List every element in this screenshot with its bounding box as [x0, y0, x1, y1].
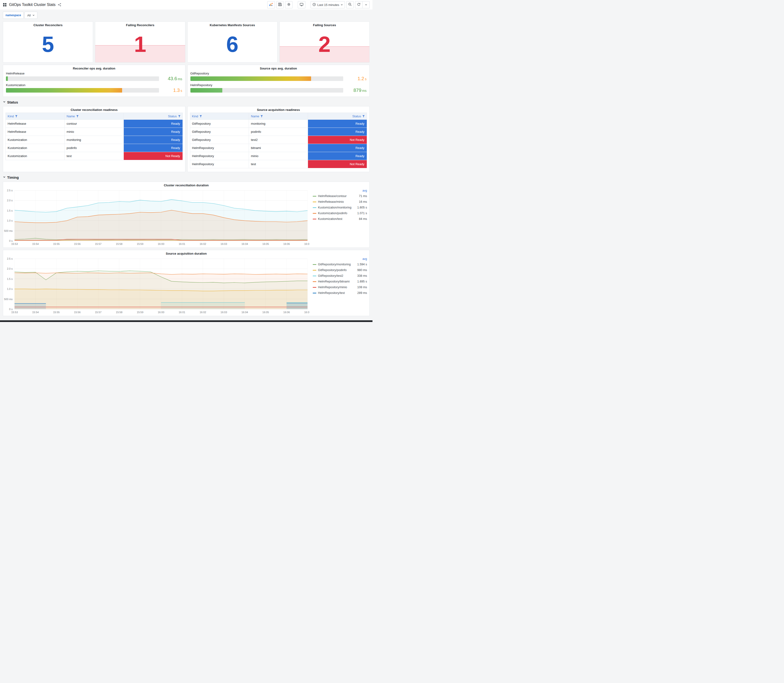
- panel-title[interactable]: Failing Sources: [280, 22, 369, 28]
- svg-text:15:54: 15:54: [32, 311, 39, 314]
- dashboard-variables-row: namespace All: [0, 10, 372, 19]
- gauge-label: HelmRepository: [191, 83, 367, 87]
- legend-series-color: [313, 196, 316, 197]
- column-header-kind[interactable]: Kind: [6, 113, 65, 120]
- panel-title[interactable]: Failing Reconcilers: [95, 22, 185, 28]
- legend-avg-value: 84 ms: [359, 217, 367, 221]
- svg-text:16:03: 16:03: [221, 311, 227, 314]
- time-range-picker[interactable]: Last 15 minutes: [311, 1, 345, 8]
- dashboard-grid-icon[interactable]: [3, 3, 6, 6]
- column-header-name[interactable]: Name: [64, 113, 123, 120]
- cell-status: Ready: [123, 120, 183, 128]
- share-icon[interactable]: [58, 3, 61, 6]
- legend-series-name[interactable]: GitRepository/test2: [318, 274, 356, 277]
- gauge-bar: [6, 88, 122, 93]
- cell-status: Not Ready: [123, 152, 183, 160]
- legend-series-color: [313, 276, 316, 276]
- legend-series-name[interactable]: HelmRepository/minio: [318, 285, 356, 289]
- legend-series-name[interactable]: HelmRepository/bitnami: [318, 280, 356, 283]
- section-label: Status: [7, 100, 18, 104]
- status-badge: Ready: [308, 152, 367, 160]
- section-header-timing[interactable]: Timing: [3, 175, 370, 180]
- svg-text:15:57: 15:57: [95, 311, 102, 314]
- svg-text:16:04: 16:04: [241, 242, 248, 245]
- status-badge: Ready: [124, 144, 183, 152]
- variable-selected-value: All: [27, 14, 30, 17]
- filter-icon: [362, 115, 365, 117]
- cycle-view-mode-button[interactable]: [298, 1, 305, 8]
- legend-series-name[interactable]: HelmRelease/minio: [318, 200, 358, 204]
- svg-text:500 ms: 500 ms: [4, 229, 13, 232]
- chart-legend: avgGitRepository/monitoring1.594 sGitRep…: [309, 256, 369, 315]
- gauge-row: HelmRepository 879ms: [191, 83, 367, 93]
- svg-text:15:53: 15:53: [11, 311, 18, 314]
- chart-area[interactable]: 0 s500 ms1.0 s1.5 s2.0 s2.5 s15:5315:541…: [3, 188, 309, 247]
- panel-title[interactable]: Reconciler ops avg. duration: [3, 65, 185, 71]
- cell-name: contour: [64, 120, 123, 128]
- column-header-kind[interactable]: Kind: [190, 113, 249, 120]
- column-header-name[interactable]: Name: [249, 113, 308, 120]
- dashboard-settings-button[interactable]: [285, 1, 292, 8]
- table-row: KustomizationtestNot Ready: [6, 152, 183, 160]
- panel-title[interactable]: Cluster Reconcilers: [3, 22, 93, 28]
- refresh-interval-dropdown[interactable]: [362, 1, 370, 8]
- refresh-button[interactable]: [355, 1, 362, 8]
- svg-text:1.0 s: 1.0 s: [7, 287, 13, 290]
- legend-series-color: [313, 213, 316, 214]
- gauge-value: 43.6ms: [162, 76, 182, 82]
- svg-text:2.0 s: 2.0 s: [7, 267, 13, 270]
- table-row: HelmReleasecontourReady: [6, 120, 183, 128]
- add-panel-button[interactable]: [267, 1, 275, 8]
- zoom-out-button[interactable]: [346, 1, 354, 8]
- legend-avg-value: 1.605 s: [357, 206, 367, 209]
- panel-title[interactable]: Cluster reconciliation duration: [3, 182, 369, 188]
- panel-title[interactable]: Kubernetes Manifests Sources: [188, 22, 277, 28]
- panel-title[interactable]: Source ops avg. duration: [188, 65, 370, 71]
- legend-series-name[interactable]: GitRepository/podinfo: [318, 268, 356, 272]
- legend-series-color: [313, 207, 316, 208]
- legend-avg-value: 108 ms: [357, 285, 367, 289]
- legend-series-name[interactable]: Kustomization/podinfo: [318, 212, 356, 215]
- readiness-table: Kind Name Status GitRepositorymonitoring…: [190, 112, 367, 168]
- status-badge: Not Ready: [308, 136, 367, 144]
- status-badge: Not Ready: [308, 160, 367, 168]
- cell-status: Ready: [308, 120, 367, 128]
- legend-avg-header[interactable]: avg: [313, 257, 367, 261]
- legend-avg-value: 980 ms: [357, 268, 367, 272]
- panel-cluster-reconciliation-duration: Cluster reconciliation duration 0 s500 m…: [3, 181, 370, 248]
- variable-value-dropdown[interactable]: All: [24, 12, 37, 19]
- save-dashboard-button[interactable]: [276, 1, 284, 8]
- top-nav: GitOps Toolkit Cluster Stats Last 15 min…: [0, 0, 372, 10]
- cell-status: Ready: [308, 152, 367, 160]
- legend-series-name[interactable]: GitRepository/monitoring: [318, 263, 356, 266]
- panel-title[interactable]: Source acquisition duration: [3, 250, 369, 256]
- panel-title[interactable]: Source acquisition readiness: [190, 106, 367, 112]
- svg-text:15:58: 15:58: [116, 242, 123, 245]
- column-header-status[interactable]: Status: [123, 113, 183, 120]
- legend-series-name[interactable]: HelmRelease/contour: [318, 194, 358, 198]
- panel-reconciler-ops-duration: Reconciler ops avg. duration HelmRelease…: [3, 65, 185, 97]
- svg-text:16:02: 16:02: [200, 242, 206, 245]
- refresh-button-group: [355, 1, 370, 8]
- legend-item: HelmRelease/minio16 ms: [313, 199, 367, 205]
- dashboard-title: GitOps Toolkit Cluster Stats: [9, 3, 56, 7]
- legend-series-name[interactable]: Kustomization/test: [318, 217, 358, 221]
- window-bottom-edge: [0, 320, 372, 322]
- gauge-bar: [191, 76, 311, 81]
- chart-area[interactable]: 0 s500 ms1.0 s1.5 s2.0 s2.5 s15:5315:541…: [3, 256, 309, 315]
- legend-series-color: [313, 287, 316, 288]
- timeseries-svg[interactable]: 0 s500 ms1.0 s1.5 s2.0 s2.5 s15:5315:541…: [3, 256, 309, 315]
- legend-item: GitRepository/test2338 ms: [313, 273, 367, 279]
- table-header-row: Kind Name Status: [6, 113, 183, 120]
- section-header-status[interactable]: Status: [3, 100, 370, 104]
- legend-series-name[interactable]: Kustomization/monitoring: [318, 206, 356, 209]
- panel-title[interactable]: Cluster reconciliation readiness: [5, 106, 183, 112]
- legend-avg-header[interactable]: avg: [313, 189, 367, 193]
- timeseries-svg[interactable]: 0 s500 ms1.0 s1.5 s2.0 s2.5 s15:5315:541…: [3, 188, 309, 247]
- svg-text:15:58: 15:58: [116, 311, 123, 314]
- column-header-status[interactable]: Status: [308, 113, 367, 120]
- cell-name: podinfo: [249, 128, 308, 136]
- panel-source-ops-duration: Source ops avg. duration GitRepository 1…: [187, 65, 370, 97]
- legend-series-name[interactable]: HelmRepository/test: [318, 291, 356, 295]
- svg-text:16:00: 16:00: [158, 311, 165, 314]
